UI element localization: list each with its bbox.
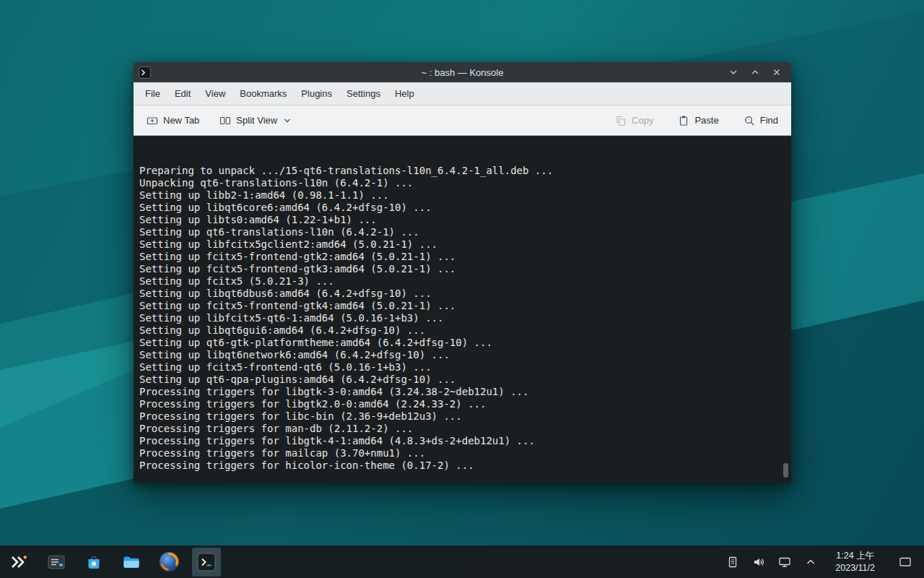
new-tab-icon <box>147 115 158 126</box>
volume-icon[interactable] <box>751 555 766 569</box>
toolbar: New Tab Split View <box>134 105 791 136</box>
taskbar-clock[interactable]: 1:24 上午 2023/11/2 <box>829 550 881 574</box>
terminal-line: Setting up qt6-translations-l10n (6.4.2-… <box>139 226 785 238</box>
app-launcher-icon <box>9 553 28 571</box>
menu-bar: FileEditViewBookmarksPluginsSettingsHelp <box>134 82 791 105</box>
terminal-line: Processing triggers for hicolor-icon-the… <box>139 460 785 472</box>
copy-label: Copy <box>632 115 653 126</box>
terminal-line: Processing triggers for libc-bin (2.36-9… <box>139 410 785 423</box>
minimize-icon[interactable] <box>728 66 739 78</box>
new-tab-button[interactable]: New Tab <box>142 111 204 130</box>
chevron-down-icon <box>284 118 291 124</box>
terminal-line: Preparing to unpack .../15-qt6-translati… <box>139 165 785 177</box>
window-title: ~ : bash — Konsole <box>134 67 791 78</box>
terminal-line: Setting up qt6-qpa-plugins:amd64 (6.4.2+… <box>139 374 785 386</box>
taskbar-icon-discover[interactable] <box>79 548 108 577</box>
maximize-icon[interactable] <box>749 66 761 78</box>
terminal-output: Preparing to unpack .../15-qt6-translati… <box>139 165 785 472</box>
paste-icon <box>678 115 689 126</box>
find-label: Find <box>760 115 778 126</box>
firefox-icon <box>160 552 179 571</box>
new-tab-label: New Tab <box>163 115 199 126</box>
terminal-line: Setting up libfcitx5-qt6-1:amd64 (5.0.16… <box>139 312 785 324</box>
paste-button[interactable]: Paste <box>674 111 723 130</box>
desktop: ~ : bash — Konsole FileEditViewBookmarks… <box>0 0 924 578</box>
menu-item[interactable]: View <box>198 82 232 105</box>
konsole-task-icon <box>197 553 216 571</box>
clock-date: 2023/11/2 <box>835 562 875 574</box>
menu-item[interactable]: Edit <box>167 82 198 105</box>
show-desktop-button[interactable] <box>895 548 915 577</box>
terminal-line: Setting up qt6-gtk-platformtheme:amd64 (… <box>139 337 785 349</box>
clipboard-icon[interactable] <box>725 555 740 569</box>
close-icon[interactable] <box>771 66 783 78</box>
copy-icon <box>615 115 627 126</box>
terminal-line: Processing triggers for libgtk-4-1:amd64… <box>139 435 785 447</box>
terminal-line: Setting up libqt6gui6:amd64 (6.4.2+dfsg-… <box>139 324 785 337</box>
app-launcher-button[interactable] <box>4 548 33 577</box>
copy-button: Copy <box>611 111 658 130</box>
split-view-button[interactable]: Split View <box>215 111 295 130</box>
terminal-line: Unpacking qt6-translations-l10n (6.4.2-1… <box>139 177 785 189</box>
menu-item[interactable]: Settings <box>339 82 388 105</box>
display-icon[interactable] <box>777 555 792 569</box>
terminal-line: Setting up libfcitx5gclient2:amd64 (5.0.… <box>139 238 785 251</box>
paste-label: Paste <box>694 115 718 126</box>
konsole-icon <box>139 66 151 79</box>
split-view-label: Split View <box>236 115 277 126</box>
find-icon <box>744 115 755 126</box>
menu-item[interactable]: Bookmarks <box>232 82 294 105</box>
taskbar-task-konsole[interactable] <box>192 548 221 577</box>
terminal-line: Setting up fcitx5-frontend-gtk2:amd64 (5… <box>139 251 785 263</box>
taskbar-icon-dolphin[interactable] <box>117 548 146 577</box>
terminal-line: Processing triggers for mailcap (3.70+nm… <box>139 447 785 460</box>
find-button[interactable]: Find <box>739 111 783 130</box>
terminal-line: Setting up libqt6dbus6:amd64 (6.4.2+dfsg… <box>139 288 785 300</box>
terminal-line: Setting up libb2-1:amd64 (0.98.1-1.1) ..… <box>139 189 785 202</box>
menu-item[interactable]: File <box>138 82 167 105</box>
split-view-icon <box>219 115 231 126</box>
terminal-view[interactable]: Preparing to unpack .../15-qt6-translati… <box>134 136 791 483</box>
titlebar[interactable]: ~ : bash — Konsole <box>134 62 791 82</box>
task-list-icon <box>47 553 66 571</box>
terminal-line: Setting up libts0:amd64 (1.22-1+b1) ... <box>139 214 785 226</box>
terminal-line: Setting up fcitx5-frontend-qt6 (5.0.16-1… <box>139 361 785 374</box>
terminal-scrollbar[interactable] <box>783 463 788 478</box>
terminal-line: Processing triggers for libgtk-3-0:amd64… <box>139 386 785 398</box>
show-desktop-icon <box>899 556 912 569</box>
task-list-button[interactable] <box>42 548 71 577</box>
taskbar-icon-firefox[interactable] <box>154 548 183 577</box>
terminal-line: Processing triggers for libgtk2.0-0:amd6… <box>139 398 785 410</box>
menu-item[interactable]: Help <box>388 82 422 105</box>
terminal-line: Processing triggers for man-db (2.11.2-2… <box>139 423 785 435</box>
terminal-line: Setting up fcitx5-frontend-gtk4:amd64 (5… <box>139 300 785 312</box>
dolphin-icon <box>122 553 141 571</box>
caret-up-icon[interactable] <box>803 555 818 569</box>
terminal-line: Setting up libqt6network6:amd64 (6.4.2+d… <box>139 349 785 361</box>
menu-item[interactable]: Plugins <box>294 82 339 105</box>
konsole-window: ~ : bash — Konsole FileEditViewBookmarks… <box>134 62 791 483</box>
clock-time: 1:24 上午 <box>836 550 874 562</box>
terminal-line: Setting up libqt6core6:amd64 (6.4.2+dfsg… <box>139 202 785 214</box>
taskbar: 1:24 上午 2023/11/2 <box>0 545 924 578</box>
terminal-line: Setting up fcitx5-frontend-gtk3:amd64 (5… <box>139 263 785 275</box>
discover-icon <box>84 553 103 571</box>
terminal-line: Setting up fcitx5 (5.0.21-3) ... <box>139 275 785 288</box>
